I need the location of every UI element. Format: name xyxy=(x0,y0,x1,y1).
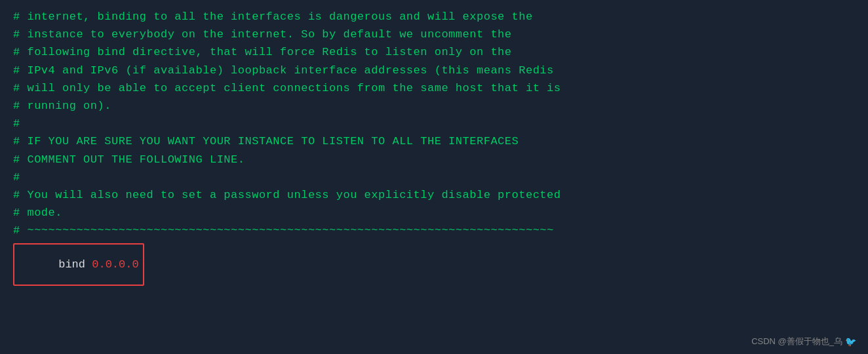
code-line: # following bind directive, that will fo… xyxy=(13,43,855,61)
code-line: # mode. xyxy=(13,204,855,222)
code-line: # IF YOU ARE SURE YOU WANT YOUR INSTANCE… xyxy=(13,132,855,150)
bind-line-highlighted: bind 0.0.0.0 xyxy=(13,243,144,286)
bind-keyword: bind xyxy=(58,258,92,271)
code-line: # You will also need to set a password u… xyxy=(13,186,855,204)
code-line: # ~~~~~~~~~~~~~~~~~~~~~~~~~~~~~~~~~~~~~~… xyxy=(13,222,855,239)
code-line: # IPv4 and IPv6 (if available) loopback … xyxy=(13,62,855,79)
code-line: # running on). xyxy=(13,97,855,115)
code-block: # internet, binding to all the interface… xyxy=(13,8,855,239)
code-line: # xyxy=(13,168,855,186)
code-line: # instance to everybody on the internet.… xyxy=(13,26,855,43)
code-line: # COMMENT OUT THE FOLLOWING LINE. xyxy=(13,151,855,168)
bind-command: bind 0.0.0.0 xyxy=(18,258,139,283)
bind-value: 0.0.0.0 xyxy=(92,258,138,271)
terminal-container: # internet, binding to all the interface… xyxy=(0,0,868,354)
watermark: CSDN @善假于物也_乌 🐦 xyxy=(751,336,856,347)
watermark-bird-icon: 🐦 xyxy=(845,336,856,347)
code-line: # will only be able to accept client con… xyxy=(13,79,855,97)
code-line: # internet, binding to all the interface… xyxy=(13,8,855,26)
watermark-text: CSDN @善假于物也_乌 xyxy=(751,336,842,347)
code-line: # xyxy=(13,115,855,132)
